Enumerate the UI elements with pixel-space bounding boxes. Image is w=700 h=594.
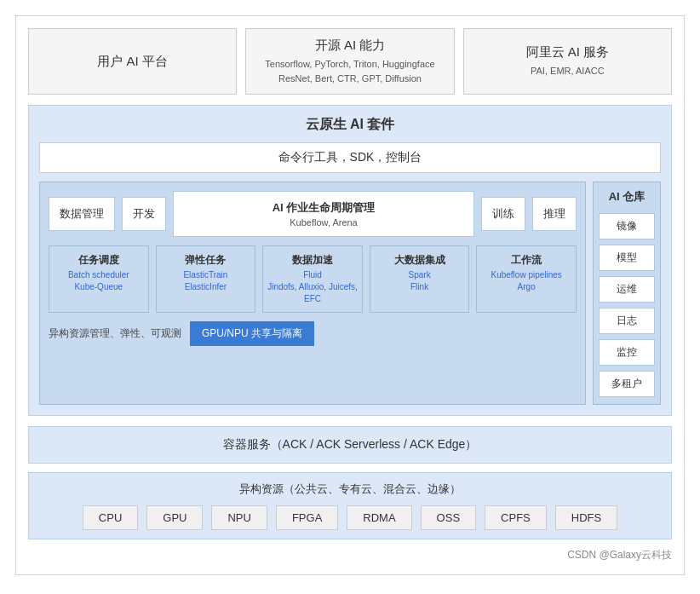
- tool-sub-4: Kubeflow pipelinesArgo: [480, 269, 572, 293]
- chip-fpga: FPGA: [276, 505, 338, 530]
- tool-box-4: 工作流 Kubeflow pipelinesArgo: [476, 245, 577, 313]
- chip-rdma: RDMA: [347, 505, 411, 530]
- chip-hdfs: HDFS: [555, 505, 617, 530]
- tool-title-4: 工作流: [480, 253, 572, 268]
- main-wrapper: 用户 AI 平台 开源 AI 能力 Tensorflow, PyTorch, T…: [15, 15, 685, 575]
- alibaba-cloud-box: 阿里云 AI 服务 PAI, EMR, AIACC: [463, 28, 672, 95]
- hetero-chips: CPU GPU NPU FPGA RDMA OSS CPFS HDFS: [39, 505, 661, 530]
- resource-row: 异构资源管理、弹性、可观测 GPU/NPU 共享与隔离: [49, 321, 577, 346]
- tools-row: 任务调度 Batch schedulerKube-Queue 弹性任务 Elas…: [49, 245, 577, 313]
- warehouse-item-0: 镜像: [599, 213, 655, 239]
- cloud-native-title: 云原生 AI 套件: [39, 116, 661, 134]
- tool-sub-2: FluidJindofs, Alluxio, Juicefs,EFC: [267, 269, 359, 305]
- tool-box-2: 数据加速 FluidJindofs, Alluxio, Juicefs,EFC: [262, 245, 363, 313]
- tool-box-3: 大数据集成 SparkFlink: [370, 245, 470, 313]
- warehouse-title: AI 仓库: [609, 189, 645, 205]
- warehouse-item-1: 模型: [599, 245, 655, 271]
- cloud-native-section: 云原生 AI 套件 命令行工具，SDK，控制台 数据管理 开发 AI 作业生命周…: [28, 105, 672, 416]
- lifecycle-row: 数据管理 开发 AI 作业生命周期管理 Kubeflow, Arena 训练 推…: [49, 191, 577, 237]
- lifecycle-title: AI 作业生命周期管理: [181, 200, 467, 216]
- open-source-box: 开源 AI 能力 Tensorflow, PyTorch, Triton, Hu…: [245, 28, 454, 95]
- top-row: 用户 AI 平台 开源 AI 能力 Tensorflow, PyTorch, T…: [28, 28, 672, 95]
- user-platform-label: 用户 AI 平台: [97, 54, 168, 70]
- infer-box: 推理: [532, 197, 577, 231]
- tool-title-3: 大数据集成: [374, 253, 466, 268]
- tool-box-0: 任务调度 Batch schedulerKube-Queue: [49, 245, 149, 313]
- dev-box: 开发: [122, 197, 166, 231]
- tool-box-1: 弹性任务 ElasticTrainElasticInfer: [156, 245, 256, 313]
- open-source-label: 开源 AI 能力: [315, 37, 386, 54]
- tool-sub-0: Batch schedulerKube-Queue: [53, 269, 145, 293]
- inner-row: 数据管理 开发 AI 作业生命周期管理 Kubeflow, Arena 训练 推…: [39, 182, 661, 405]
- chip-cpfs: CPFS: [485, 505, 547, 530]
- lifecycle-center-box: AI 作业生命周期管理 Kubeflow, Arena: [173, 191, 474, 237]
- warehouse-item-3: 日志: [599, 308, 655, 334]
- tool-sub-3: SparkFlink: [374, 269, 466, 293]
- resource-label: 异构资源管理、弹性、可观测: [49, 326, 181, 341]
- container-service: 容器服务（ACK / ACK Serverless / ACK Edge）: [28, 426, 672, 464]
- hetero-section: 异构资源（公共云、专有云、混合云、边缘） CPU GPU NPU FPGA RD…: [28, 472, 672, 539]
- cmd-bar: 命令行工具，SDK，控制台: [39, 142, 661, 173]
- chip-npu: NPU: [211, 505, 267, 530]
- warehouse-item-5: 多租户: [599, 371, 655, 397]
- chip-gpu: GPU: [146, 505, 203, 530]
- tool-sub-1: ElasticTrainElasticInfer: [160, 269, 252, 293]
- alibaba-cloud-label: 阿里云 AI 服务: [526, 44, 610, 61]
- warehouse-item-4: 监控: [599, 339, 655, 366]
- hetero-title: 异构资源（公共云、专有云、混合云、边缘）: [39, 482, 661, 497]
- chip-cpu: CPU: [83, 505, 138, 530]
- user-platform-box: 用户 AI 平台: [28, 28, 237, 95]
- tool-title-1: 弹性任务: [160, 253, 252, 268]
- lifecycle-sub: Kubeflow, Arena: [181, 217, 467, 228]
- open-source-sub: Tensorflow, PyTorch, Triton, Huggingface…: [265, 57, 434, 85]
- left-panel: 数据管理 开发 AI 作业生命周期管理 Kubeflow, Arena 训练 推…: [39, 182, 586, 405]
- warehouse-item-2: 运维: [599, 276, 655, 303]
- tool-title-0: 任务调度: [53, 253, 145, 268]
- tool-title-2: 数据加速: [267, 253, 359, 268]
- data-mgmt-box: 数据管理: [49, 197, 115, 231]
- train-box: 训练: [481, 197, 525, 231]
- alibaba-cloud-sub: PAI, EMR, AIACC: [531, 64, 605, 78]
- right-panel: AI 仓库 镜像 模型 运维 日志 监控 多租户: [593, 182, 661, 405]
- chip-oss: OSS: [421, 505, 476, 530]
- footer: CSDN @Galaxy云科技: [28, 548, 672, 562]
- gpu-badge: GPU/NPU 共享与隔离: [190, 321, 314, 346]
